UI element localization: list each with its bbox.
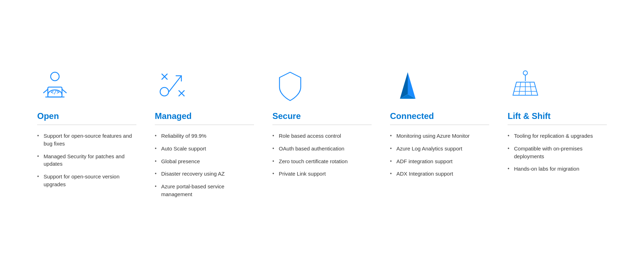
bullet-secure-3: Private Link support bbox=[272, 170, 348, 178]
column-open: </> Open Support for open-source feature… bbox=[34, 65, 140, 193]
bullet-managed-0: Reliability of 99.9% bbox=[155, 132, 254, 140]
bullets-secure: Role based access control OAuth based au… bbox=[272, 132, 348, 183]
column-lift-shift: Lift & Shift Tooling for replication & u… bbox=[504, 65, 610, 178]
bullet-open-2: Support for open-source version upgrades bbox=[37, 173, 136, 188]
grid-icon bbox=[508, 69, 543, 104]
bullet-managed-1: Auto Scale support bbox=[155, 145, 254, 153]
bullet-managed-3: Disaster recovery using AZ bbox=[155, 170, 254, 178]
title-open: Open bbox=[37, 111, 59, 121]
developer-icon: </> bbox=[37, 69, 73, 104]
main-container: </> Open Support for open-source feature… bbox=[21, 51, 623, 217]
svg-line-19 bbox=[530, 82, 532, 95]
title-managed: Managed bbox=[155, 111, 192, 121]
bullet-secure-2: Zero touch certificate rotation bbox=[272, 158, 348, 165]
bullet-ls-2: Hands-on labs for migration bbox=[508, 165, 607, 173]
bullet-managed-2: Global presence bbox=[155, 158, 254, 165]
title-lift-shift: Lift & Shift bbox=[508, 111, 550, 121]
divider-secure bbox=[272, 125, 372, 125]
bullet-connected-1: Azure Log Analytics support bbox=[390, 145, 470, 153]
bullet-ls-1: Compatible with on-premises deployments bbox=[508, 145, 607, 160]
bullet-connected-0: Monitoring using Azure Monitor bbox=[390, 132, 470, 140]
bullets-connected: Monitoring using Azure Monitor Azure Log… bbox=[390, 132, 470, 183]
title-connected: Connected bbox=[390, 111, 434, 121]
bullet-ls-0: Tooling for replication & upgrades bbox=[508, 132, 607, 140]
divider-managed bbox=[155, 125, 254, 125]
bullet-connected-2: ADF integration support bbox=[390, 158, 470, 165]
svg-marker-11 bbox=[408, 72, 416, 99]
svg-point-0 bbox=[51, 72, 59, 81]
svg-text:</>: </> bbox=[51, 89, 60, 95]
column-connected: Connected Monitoring using Azure Monitor… bbox=[386, 65, 493, 183]
bullets-lift-shift: Tooling for replication & upgrades Compa… bbox=[508, 132, 607, 178]
column-managed: Managed Reliability of 99.9% Auto Scale … bbox=[151, 65, 258, 203]
strategy-icon bbox=[155, 69, 190, 104]
svg-line-3 bbox=[169, 76, 181, 92]
icon-area-connected bbox=[390, 65, 489, 108]
bullet-open-0: Support for open-source features and bug… bbox=[37, 132, 136, 148]
svg-point-6 bbox=[160, 87, 169, 96]
bullet-connected-3: ADX Integration support bbox=[390, 170, 470, 178]
svg-marker-10 bbox=[400, 72, 408, 99]
column-secure: Secure Role based access control OAuth b… bbox=[269, 65, 375, 183]
shield-icon bbox=[272, 69, 308, 104]
icon-area-open: </> bbox=[37, 65, 136, 108]
bullet-secure-1: OAuth based authentication bbox=[272, 145, 348, 153]
bullets-open: Support for open-source features and bug… bbox=[37, 132, 136, 193]
icon-area-secure bbox=[272, 65, 372, 108]
svg-line-17 bbox=[519, 82, 521, 95]
icon-area-lift-shift bbox=[508, 65, 607, 108]
azure-icon bbox=[390, 69, 425, 104]
svg-point-13 bbox=[523, 71, 527, 75]
bullet-open-1: Managed Security for patches and updates bbox=[37, 153, 136, 168]
bullet-managed-4: Azure portal-based service management bbox=[155, 183, 254, 198]
icon-area-managed bbox=[155, 65, 254, 108]
bullets-managed: Reliability of 99.9% Auto Scale support … bbox=[155, 132, 254, 203]
bullet-secure-0: Role based access control bbox=[272, 132, 348, 140]
title-secure: Secure bbox=[272, 111, 301, 121]
divider-open bbox=[37, 125, 136, 125]
divider-connected bbox=[390, 125, 489, 125]
divider-lift-shift bbox=[508, 125, 607, 125]
